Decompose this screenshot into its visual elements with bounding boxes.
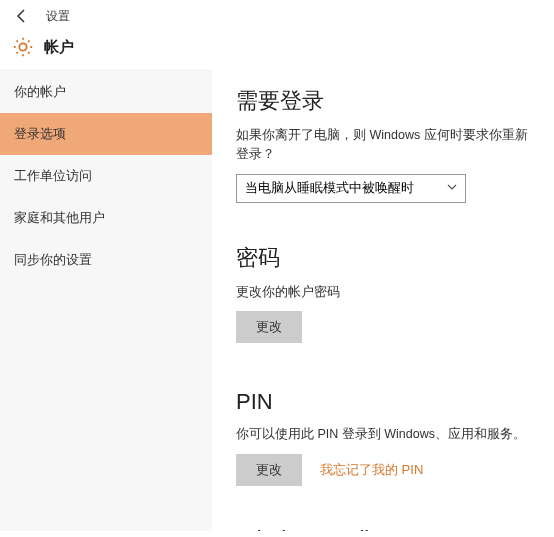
sidebar-item-signin-options[interactable]: 登录选项 — [0, 113, 212, 155]
change-pin-button[interactable]: 更改 — [236, 454, 302, 486]
sidebar-item-label: 工作单位访问 — [14, 168, 92, 183]
forgot-pin-link[interactable]: 我忘记了我的 PIN — [320, 461, 423, 479]
chevron-down-icon — [447, 182, 457, 194]
password-desc: 更改你的帐户密码 — [236, 283, 536, 302]
password-heading: 密码 — [236, 243, 536, 273]
change-password-button[interactable]: 更改 — [236, 311, 302, 343]
require-signin-desc: 如果你离开了电脑，则 Windows 应何时要求你重新登录？ — [236, 126, 536, 164]
pin-desc: 你可以使用此 PIN 登录到 Windows、应用和服务。 — [236, 425, 536, 444]
back-button[interactable] — [8, 2, 36, 30]
sidebar-item-your-account[interactable]: 你的帐户 — [0, 71, 212, 113]
sidebar-item-work-access[interactable]: 工作单位访问 — [0, 155, 212, 197]
sidebar-item-label: 登录选项 — [14, 126, 66, 141]
sidebar-item-label: 家庭和其他用户 — [14, 210, 105, 225]
main-panel: 需要登录 如果你离开了电脑，则 Windows 应何时要求你重新登录？ 当电脑从… — [212, 70, 554, 531]
sidebar: 你的帐户 登录选项 工作单位访问 家庭和其他用户 同步你的设置 — [0, 70, 212, 531]
sidebar-item-label: 同步你的设置 — [14, 252, 92, 267]
require-signin-dropdown[interactable]: 当电脑从睡眠模式中被唤醒时 — [236, 174, 466, 203]
dropdown-value: 当电脑从睡眠模式中被唤醒时 — [245, 180, 414, 197]
page-title: 帐户 — [44, 38, 74, 57]
require-signin-heading: 需要登录 — [236, 86, 536, 116]
pin-heading: PIN — [236, 389, 536, 415]
hello-heading: Windows Hello — [236, 526, 536, 531]
page-header: 帐户 — [0, 32, 554, 70]
sidebar-item-family-users[interactable]: 家庭和其他用户 — [0, 197, 212, 239]
window-title: 设置 — [46, 8, 70, 25]
sidebar-item-label: 你的帐户 — [14, 84, 66, 99]
gear-icon — [12, 36, 34, 58]
titlebar: 设置 — [0, 0, 554, 32]
sidebar-item-sync-settings[interactable]: 同步你的设置 — [0, 239, 212, 281]
